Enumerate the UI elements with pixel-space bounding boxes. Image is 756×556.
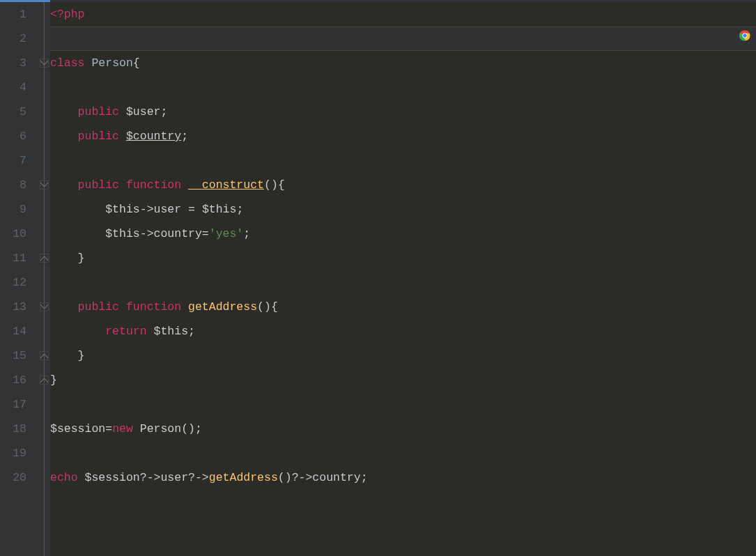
svg-rect-3: [40, 303, 49, 311]
line-number[interactable]: 20: [0, 465, 26, 490]
chrome-icon[interactable]: [739, 30, 750, 41]
code-line[interactable]: echo $session?->user?->getAddress()?->co…: [50, 465, 756, 490]
svg-rect-0: [40, 59, 49, 68]
line-number-gutter[interactable]: 1 2 3 4 5 6 7 8 9 10 11 12 13 14 15 16 1…: [0, 2, 35, 556]
line-number[interactable]: 10: [0, 222, 26, 246]
line-number[interactable]: 5: [0, 100, 26, 124]
line-number[interactable]: 7: [0, 148, 26, 173]
code-line[interactable]: [50, 392, 756, 417]
code-line[interactable]: }: [50, 246, 756, 270]
line-number[interactable]: 8: [0, 173, 26, 197]
code-line[interactable]: [50, 441, 756, 465]
line-number[interactable]: 12: [0, 270, 26, 295]
code-line[interactable]: }: [50, 368, 756, 392]
code-line[interactable]: public function getAddress(){: [50, 295, 756, 319]
line-number[interactable]: 13: [0, 295, 26, 319]
code-line[interactable]: $this->user = $this;: [50, 197, 756, 222]
line-number[interactable]: 9: [0, 197, 26, 222]
code-line[interactable]: [50, 75, 756, 100]
code-line[interactable]: [50, 270, 756, 295]
code-line[interactable]: public $country;: [50, 124, 756, 148]
line-number[interactable]: 17: [0, 392, 26, 417]
fold-guide-line: [44, 2, 45, 556]
code-editor: 1 2 3 4 5 6 7 8 9 10 11 12 13 14 15 16 1…: [0, 2, 756, 556]
fold-close-icon[interactable]: [40, 376, 49, 385]
fold-open-icon[interactable]: [40, 59, 49, 68]
line-number[interactable]: 16: [0, 368, 26, 392]
code-line[interactable]: public function __construct(){: [50, 173, 756, 197]
code-line-current[interactable]: [50, 26, 756, 51]
line-number[interactable]: 15: [0, 343, 26, 368]
svg-rect-2: [40, 254, 49, 263]
code-line[interactable]: $this->country='yes';: [50, 222, 756, 246]
fold-close-icon[interactable]: [40, 351, 49, 360]
line-number[interactable]: 6: [0, 124, 26, 148]
line-number[interactable]: 1: [0, 2, 26, 26]
line-number[interactable]: 11: [0, 246, 26, 270]
fold-close-icon[interactable]: [40, 254, 49, 263]
fold-column: [35, 2, 50, 556]
svg-rect-4: [40, 352, 49, 360]
line-number[interactable]: 2: [0, 26, 26, 51]
code-line[interactable]: $session=new Person();: [50, 417, 756, 441]
code-line[interactable]: <?php: [50, 2, 756, 26]
svg-rect-1: [40, 181, 49, 190]
fold-open-icon[interactable]: [40, 302, 49, 311]
line-number[interactable]: 14: [0, 319, 26, 343]
code-area[interactable]: <?php class Person{ public $user; public…: [50, 2, 756, 556]
code-line[interactable]: public $user;: [50, 100, 756, 124]
svg-rect-5: [40, 376, 49, 385]
code-line[interactable]: }: [50, 343, 756, 368]
line-number[interactable]: 4: [0, 75, 26, 100]
code-line[interactable]: return $this;: [50, 319, 756, 343]
line-number[interactable]: 19: [0, 441, 26, 465]
line-number[interactable]: 18: [0, 417, 26, 441]
line-number[interactable]: 3: [0, 51, 26, 75]
code-line[interactable]: class Person{: [50, 51, 756, 75]
code-line[interactable]: [50, 148, 756, 173]
fold-open-icon[interactable]: [40, 180, 49, 190]
